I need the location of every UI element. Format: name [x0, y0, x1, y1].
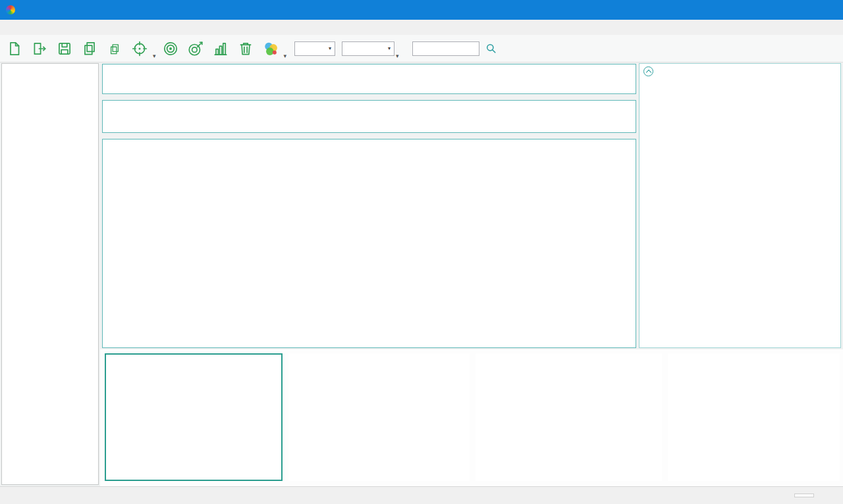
color-palette-button[interactable]: [259, 36, 283, 61]
panel-body: [639, 78, 840, 102]
tables-area: [100, 63, 639, 349]
search-icon[interactable]: [485, 42, 498, 55]
window-controls: [752, 0, 843, 20]
close-button[interactable]: [813, 0, 843, 20]
app-window: [0, 0, 843, 504]
trash-icon: [237, 40, 254, 57]
sample-measure-button[interactable]: [184, 36, 207, 61]
panel-header: [639, 64, 840, 78]
copy-word-button[interactable]: [103, 36, 126, 61]
scatter-chart[interactable]: [105, 353, 283, 481]
chevron-down-icon: [329, 45, 331, 51]
auto-button[interactable]: [794, 493, 814, 497]
title-bar: [0, 0, 843, 20]
color-difference-panel: [639, 63, 841, 348]
content-area: [100, 63, 843, 486]
toolbar: [0, 35, 843, 63]
dropdown-arrow-icon[interactable]: [153, 53, 156, 59]
dropdown-arrow-icon[interactable]: [396, 53, 399, 59]
calibration-button[interactable]: [159, 36, 182, 61]
sidebar-tree: [1, 63, 99, 485]
app-icon: [6, 5, 15, 14]
samples-table: [102, 139, 636, 348]
sci-mode-select[interactable]: [294, 41, 335, 56]
save-icon: [56, 40, 73, 57]
save-button[interactable]: [53, 36, 76, 61]
delta-e-chart[interactable]: [288, 353, 470, 481]
export-icon: [31, 40, 48, 57]
chevron-down-icon: [388, 45, 391, 51]
measure-target-icon: [187, 40, 204, 57]
search-input[interactable]: [412, 41, 479, 56]
status-bar: [0, 486, 843, 504]
illuminant-select[interactable]: [342, 41, 394, 56]
chart-button[interactable]: [209, 36, 232, 61]
copy-icon: [81, 40, 98, 57]
color-diagram-chart[interactable]: [668, 353, 840, 481]
copy-button[interactable]: [78, 36, 101, 61]
menu-bar: [0, 20, 843, 35]
palette-icon: [261, 39, 280, 58]
new-document-icon: [6, 40, 23, 57]
tolerance-table: [102, 64, 636, 94]
minimize-button[interactable]: [752, 0, 782, 20]
copy-word-icon: [107, 43, 122, 56]
charts-row: [100, 349, 843, 486]
standard-table: [102, 100, 636, 133]
spectral-chart[interactable]: [476, 353, 662, 481]
bar-chart-icon: [212, 40, 229, 57]
collapse-panel-icon[interactable]: [643, 66, 653, 76]
export-button[interactable]: [28, 36, 51, 61]
new-document-button[interactable]: [3, 36, 26, 61]
concentric-circles-icon: [162, 40, 179, 57]
standard-measure-button[interactable]: [128, 36, 151, 61]
dropdown-arrow-icon[interactable]: [284, 53, 287, 59]
main-area: [0, 63, 843, 486]
maximize-button[interactable]: [782, 0, 813, 20]
delete-button[interactable]: [234, 36, 258, 61]
target-icon: [131, 40, 148, 57]
